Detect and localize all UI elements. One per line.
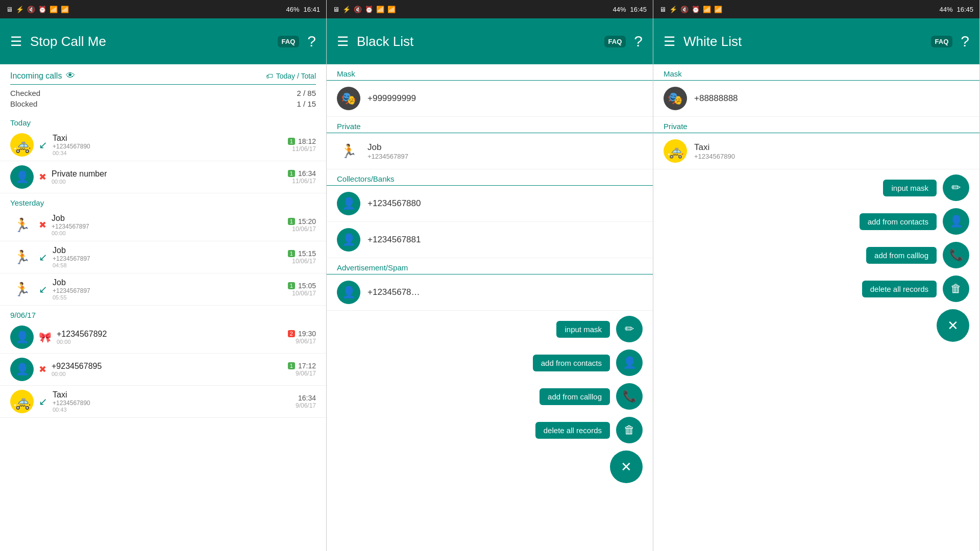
help-icon-2[interactable]: ? bbox=[634, 33, 643, 50]
call-number: +1234567890 bbox=[53, 143, 283, 150]
help-icon-3[interactable]: ? bbox=[961, 33, 969, 50]
status-icons-2: 🖥 ⚡ 🔇 ⏰ 📶 📶 bbox=[333, 6, 396, 13]
edit-icon-button-3[interactable]: ✏ bbox=[943, 174, 969, 201]
mask-avatar: 🎭 bbox=[337, 87, 360, 110]
fab-row-close-3: ✕ bbox=[937, 309, 969, 342]
call-time-block: 1 15:20 10/06/17 bbox=[288, 217, 316, 233]
call-item[interactable]: 🏃 ↙ Job +1234567897 04:58 1 15:15 10/06/… bbox=[0, 241, 326, 273]
close-fab-button-3[interactable]: ✕ bbox=[937, 309, 969, 342]
add-from-contacts-button[interactable]: add from contacts bbox=[533, 355, 610, 371]
avatar-taxi2: 🚕 bbox=[10, 390, 34, 413]
faq-button-2[interactable]: FAQ bbox=[604, 36, 626, 47]
faq-button-1[interactable]: FAQ bbox=[278, 36, 300, 47]
fab-row-calllog-3: add from calllog 📞 bbox=[866, 242, 969, 268]
call-time-block: 16:34 9/06/17 bbox=[296, 394, 316, 409]
call-item[interactable]: 🚕 ↙ Taxi +1234567890 00:34 1 18:12 11/06… bbox=[0, 129, 326, 161]
checked-value: 2 / 85 bbox=[297, 89, 316, 97]
call-time: 17:12 bbox=[298, 362, 316, 370]
avatar-runner3: 🏃 bbox=[10, 278, 34, 301]
fab-menu-2: input mask ✏ add from contacts 👤 add fro… bbox=[327, 311, 653, 493]
bluetooth-icon: ⚡ bbox=[16, 6, 24, 13]
section-private-2: Private bbox=[327, 117, 653, 133]
call-date: 10/06/17 bbox=[288, 258, 316, 265]
menu-icon-3[interactable]: ☰ bbox=[664, 34, 675, 49]
call-date: 11/06/17 bbox=[288, 178, 316, 185]
list-item[interactable]: 👤 +12345678… bbox=[327, 274, 653, 311]
contacts-icon-button[interactable]: 👤 bbox=[616, 349, 643, 376]
call-item[interactable]: 👤 🎀 +1234567892 00:00 2 19:30 9/06/17 bbox=[0, 321, 326, 354]
panel2-content: Mask 🎭 +999999999 Private 🏃 Job +1234567… bbox=[327, 64, 653, 551]
avatar-taxi1: 🚕 bbox=[10, 133, 34, 157]
call-info: Taxi +1234567890 00:34 bbox=[53, 134, 283, 156]
list-item[interactable]: 🚕 Taxi +1234567890 bbox=[653, 133, 979, 169]
list-item[interactable]: 👤 +1234567881 bbox=[327, 222, 653, 258]
call-name: +1234567892 bbox=[57, 330, 283, 339]
tag-icon: 🏷 bbox=[266, 72, 273, 80]
panel3-content: Mask 🎭 +88888888 Private 🚕 Taxi +1234567… bbox=[653, 64, 979, 551]
call-item[interactable]: 🏃 ↙ Job +1234567897 05:55 1 15:05 10/06/… bbox=[0, 273, 326, 306]
trash-icon-button-3[interactable]: 🗑 bbox=[943, 276, 969, 302]
incoming-label: Incoming calls bbox=[10, 71, 62, 81]
call-duration: 04:58 bbox=[53, 262, 283, 268]
help-icon-1[interactable]: ? bbox=[307, 33, 316, 50]
call-item[interactable]: 🏃 ✖ Job +1234567897 00:00 1 15:20 10/06/… bbox=[0, 209, 326, 241]
faq-button-3[interactable]: FAQ bbox=[931, 36, 953, 47]
list-item[interactable]: 🎭 +88888888 bbox=[653, 81, 979, 117]
edit-icon-button[interactable]: ✏ bbox=[616, 316, 643, 342]
delete-all-records-button-3[interactable]: delete all records bbox=[862, 281, 937, 297]
close-fab-button[interactable]: ✕ bbox=[610, 450, 643, 483]
time-3: 16:45 bbox=[957, 6, 973, 13]
direction-icon-blocked: ✖ bbox=[39, 171, 46, 183]
status-right-3: 44% 16:45 bbox=[939, 6, 973, 13]
fab-row-contacts: add from contacts 👤 bbox=[533, 349, 643, 376]
section-collectors: Collectors/Banks bbox=[327, 169, 653, 186]
item-number: +1234567881 bbox=[368, 235, 643, 245]
blocked-value: 1 / 15 bbox=[297, 99, 316, 108]
input-mask-button[interactable]: input mask bbox=[556, 321, 610, 338]
panel-black-list: 🖥 ⚡ 🔇 ⏰ 📶 📶 44% 16:45 ☰ Black List FAQ ?… bbox=[327, 0, 653, 551]
contacts-icon-button-3[interactable]: 👤 bbox=[943, 208, 969, 235]
list-item[interactable]: 🎭 +999999999 bbox=[327, 81, 653, 117]
bluetooth-icon3: ⚡ bbox=[669, 6, 677, 13]
stats-section: Incoming calls 👁 🏷 Today / Total Checked… bbox=[0, 64, 326, 113]
list-item[interactable]: 🏃 Job +1234567897 bbox=[327, 133, 653, 169]
blocked-label: Blocked bbox=[10, 99, 37, 108]
call-item[interactable]: 👤 ✖ +9234567895 00:00 1 17:12 9/06/17 bbox=[0, 354, 326, 386]
add-from-contacts-button-3[interactable]: add from contacts bbox=[860, 213, 937, 230]
call-date: 10/06/17 bbox=[288, 290, 316, 297]
call-item[interactable]: 👤 ✖ Private number 00:00 1 16:34 11/06/1… bbox=[0, 161, 326, 193]
trash-icon-button[interactable]: 🗑 bbox=[616, 417, 643, 443]
person-avatar1: 👤 bbox=[337, 192, 360, 215]
fab-menu-3: input mask ✏ add from contacts 👤 add fro… bbox=[653, 169, 979, 352]
direction-icon2: ↙ bbox=[39, 251, 47, 263]
direction-icon-blocked2: ✖ bbox=[39, 219, 46, 231]
section-advertisement: Advertisement/Spam bbox=[327, 258, 653, 274]
call-name: Job bbox=[53, 278, 283, 287]
call-date: 9/06/17 bbox=[296, 402, 316, 409]
wifi-icon3: 📶 bbox=[703, 6, 711, 13]
screen-icon2: 🖥 bbox=[333, 6, 339, 13]
delete-all-records-button[interactable]: delete all records bbox=[535, 422, 610, 439]
call-time-block: 1 16:34 11/06/17 bbox=[288, 169, 316, 185]
add-from-calllog-button[interactable]: add from calllog bbox=[540, 388, 610, 405]
fab-row-input-mask-3: input mask ✏ bbox=[883, 174, 969, 201]
section-906: 9/06/17 bbox=[0, 306, 326, 321]
call-time-block: 2 19:30 9/06/17 bbox=[288, 330, 316, 345]
list-item[interactable]: 👤 +1234567880 bbox=[327, 186, 653, 222]
input-mask-button-3[interactable]: input mask bbox=[883, 180, 937, 196]
status-bar-3: 🖥 ⚡ 🔇 ⏰ 📶 📶 44% 16:45 bbox=[653, 0, 979, 18]
avatar-person1: 👤 bbox=[10, 165, 34, 189]
section-yesterday: Yesterday bbox=[0, 193, 326, 209]
battery-2: 44% bbox=[612, 6, 626, 13]
item-number: +12345678… bbox=[368, 287, 643, 297]
battery-icon: 1 bbox=[288, 362, 295, 369]
call-item[interactable]: 🚕 ↙ Taxi +1234567890 00:43 16:34 9/06/17 bbox=[0, 386, 326, 418]
menu-icon-2[interactable]: ☰ bbox=[337, 34, 349, 49]
add-from-calllog-button-3[interactable]: add from calllog bbox=[866, 247, 937, 264]
wifi-icon: 📶 bbox=[50, 6, 58, 13]
section-mask-3: Mask bbox=[653, 64, 979, 81]
calllog-icon-button[interactable]: 📞 bbox=[616, 383, 643, 410]
calllog-icon-button-3[interactable]: 📞 bbox=[943, 242, 969, 268]
call-time-block: 1 15:05 10/06/17 bbox=[288, 282, 316, 297]
menu-icon-1[interactable]: ☰ bbox=[10, 34, 22, 49]
